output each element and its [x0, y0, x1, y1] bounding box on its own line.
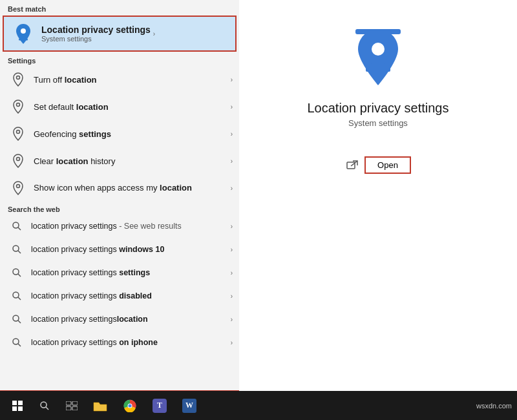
menu-items-container: Turn off location › Set default location… [0, 66, 239, 420]
menu-item-label-clear-history: Clear location history [34, 156, 228, 166]
svg-point-32 [41, 402, 47, 408]
svg-point-14 [13, 292, 19, 298]
taskbar-teams[interactable]: T [146, 394, 173, 418]
svg-point-5 [17, 131, 20, 134]
search-icon-5 [9, 311, 25, 327]
svg-rect-36 [66, 406, 71, 410]
svg-rect-34 [66, 401, 71, 405]
menu-item-label-turn-off: Turn off location [34, 75, 228, 85]
search-icon-2 [9, 242, 25, 257]
open-button-wrap: Open [345, 156, 411, 174]
web-item-5[interactable]: location privacy settingslocation › [0, 308, 239, 331]
svg-point-0 [21, 28, 26, 34]
svg-line-27 [351, 161, 357, 166]
best-match-label: Best match [0, 0, 239, 16]
taskbar-chrome[interactable] [116, 394, 143, 418]
svg-rect-37 [72, 406, 78, 410]
menu-item-show-icon[interactable]: Show icon when apps access my location › [0, 174, 239, 202]
svg-rect-35 [72, 401, 78, 405]
svg-point-41 [129, 404, 132, 407]
menu-item-clear-history[interactable]: Clear location history › [0, 147, 239, 174]
start-menu: Best match Location privacy settings Sys… [0, 0, 239, 420]
taskbar-word[interactable]: W [176, 394, 203, 418]
taskbar-search-button[interactable] [32, 394, 57, 418]
location-settings-icon [12, 22, 35, 45]
menu-item-geofencing[interactable]: Geofencing settings › [0, 120, 239, 147]
web-item-label-5: location privacy settingslocation [31, 314, 228, 324]
web-item-1[interactable]: location privacy settings - See web resu… [0, 215, 239, 238]
svg-line-13 [18, 274, 21, 277]
svg-rect-26 [347, 162, 355, 169]
svg-line-9 [18, 227, 21, 230]
chevron-web-1: › [231, 223, 233, 230]
web-item-label-4: location privacy settings disabled [31, 291, 228, 301]
search-icon-4 [9, 288, 25, 304]
web-section-label: Search the web [0, 202, 239, 215]
svg-point-10 [13, 246, 19, 251]
svg-rect-30 [12, 406, 17, 411]
svg-point-4 [17, 103, 20, 107]
chevron-5: › [231, 185, 233, 192]
web-item-label-1: location privacy settings - See web resu… [31, 221, 228, 231]
chevron-web-5: › [231, 316, 233, 323]
right-panel: Location privacy settings System setting… [239, 0, 517, 391]
svg-point-6 [17, 158, 20, 161]
svg-point-12 [13, 269, 19, 275]
chevron-1: › [231, 76, 233, 83]
svg-point-3 [17, 76, 20, 79]
svg-rect-24 [366, 67, 390, 72]
taskbar-right: wsxdn.com [476, 402, 512, 410]
svg-point-18 [13, 339, 19, 344]
best-match-item[interactable]: Location privacy settings System setting… [3, 16, 237, 52]
svg-point-22 [372, 43, 385, 56]
chevron-web-4: › [231, 293, 233, 300]
svg-rect-2 [19, 39, 28, 41]
web-item-6[interactable]: location privacy settings on iphone › [0, 331, 239, 354]
start-button[interactable] [5, 394, 30, 418]
search-icon-1 [9, 218, 25, 234]
chevron-web-6: › [231, 339, 233, 346]
location-pin-icon-4 [9, 152, 27, 170]
menu-item-label-geofencing: Geofencing settings [34, 129, 228, 139]
taskbar-brand-text: wsxdn.com [476, 402, 512, 410]
svg-line-15 [18, 297, 21, 300]
best-match-title: Location privacy settings [41, 25, 151, 35]
svg-point-16 [13, 315, 19, 321]
taskbar-file-explorer[interactable] [87, 394, 114, 418]
svg-rect-1 [21, 37, 26, 39]
search-icon-3 [9, 265, 25, 280]
menu-item-set-default-location[interactable]: Set default location › [0, 93, 239, 120]
web-item-2[interactable]: location privacy settings windows 10 › [0, 238, 239, 261]
menu-item-label-show-icon: Show icon when apps access my location [34, 183, 228, 194]
web-item-4[interactable]: location privacy settings disabled › [0, 284, 239, 308]
right-panel-title: Location privacy settings [307, 101, 448, 116]
menu-item-turn-off-location[interactable]: Turn off location › [0, 66, 239, 93]
search-icon-6 [9, 335, 25, 350]
best-match-subtitle: System settings [41, 35, 151, 43]
svg-line-11 [18, 251, 21, 253]
svg-rect-25 [355, 29, 401, 34]
location-icon-wrap [339, 26, 417, 90]
location-pin-icon-1 [9, 70, 27, 89]
location-pin-icon-5 [9, 179, 27, 197]
svg-line-19 [18, 344, 21, 346]
taskbar: T W wsxdn.com [0, 391, 517, 420]
location-pin-icon-3 [9, 125, 27, 143]
location-pin-icon-2 [9, 98, 27, 116]
chevron-2: › [231, 103, 233, 110]
web-item-3[interactable]: location privacy settings settings › [0, 261, 239, 284]
chevron-web-3: › [231, 269, 233, 277]
menu-item-label-set-default: Set default location [34, 102, 228, 112]
open-icon [345, 158, 359, 173]
open-button[interactable]: Open [364, 156, 411, 174]
best-match-text: Location privacy settings System setting… [41, 25, 151, 43]
location-privacy-icon [343, 26, 414, 90]
svg-rect-29 [18, 401, 23, 405]
web-item-label-2: location privacy settings windows 10 [31, 244, 228, 255]
task-view-button[interactable] [59, 394, 84, 418]
web-item-label-6: location privacy settings on iphone [31, 337, 228, 348]
settings-section-label: Settings [0, 53, 239, 66]
svg-rect-28 [12, 401, 17, 405]
svg-line-33 [46, 407, 48, 410]
svg-rect-31 [18, 406, 23, 411]
